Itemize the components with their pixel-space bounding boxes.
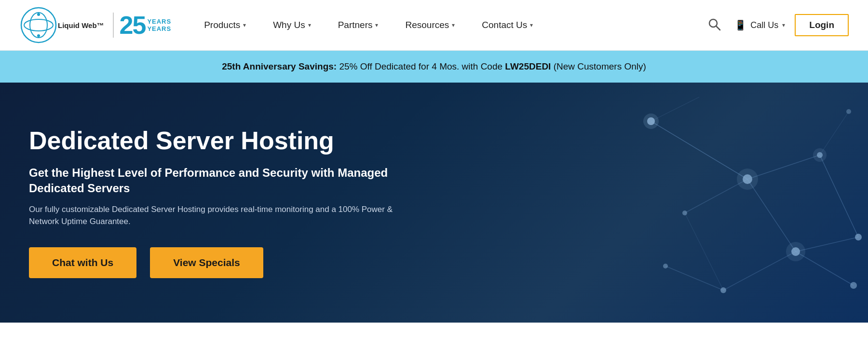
login-button[interactable]: Login bbox=[795, 14, 849, 36]
call-us-button[interactable]: 📱 Call Us ▾ bbox=[734, 19, 785, 31]
chevron-down-icon-2: ▾ bbox=[308, 22, 311, 28]
promo-bold-text: 25th Anniversary Savings: bbox=[222, 61, 337, 71]
liquidweb-brand-name: Liquid Web™ bbox=[58, 21, 104, 29]
svg-point-29 bbox=[850, 282, 857, 289]
nav-label-partners: Partners bbox=[338, 20, 373, 30]
svg-point-32 bbox=[846, 109, 851, 114]
anniversary-label-years-text: years bbox=[147, 25, 171, 32]
svg-point-20 bbox=[643, 113, 659, 129]
hero-title: Dedicated Server Hosting bbox=[29, 127, 405, 155]
nav-item-resources[interactable]: Resources ▾ bbox=[392, 0, 468, 51]
chevron-down-icon-callus: ▾ bbox=[782, 22, 785, 28]
nav-label-whyus: Why Us bbox=[273, 20, 305, 30]
svg-line-10 bbox=[747, 179, 796, 252]
phone-icon: 📱 bbox=[734, 19, 746, 31]
search-button[interactable] bbox=[704, 14, 725, 37]
nav-right: 📱 Call Us ▾ Login bbox=[704, 14, 849, 37]
svg-point-2 bbox=[24, 19, 53, 31]
svg-line-8 bbox=[747, 155, 820, 179]
chevron-down-icon-4: ▾ bbox=[452, 22, 455, 28]
svg-line-12 bbox=[723, 252, 796, 290]
nav-label-resources: Resources bbox=[405, 20, 449, 30]
svg-point-27 bbox=[786, 242, 805, 261]
promo-banner: 25th Anniversary Savings: 25% Off Dedica… bbox=[0, 51, 868, 83]
svg-point-4 bbox=[37, 34, 40, 37]
hero-description: Our fully customizable Dedicated Server … bbox=[29, 203, 405, 228]
anniversary-badge: 25 years years bbox=[113, 13, 172, 38]
view-specials-button[interactable]: View Specials bbox=[150, 247, 263, 278]
svg-line-13 bbox=[665, 266, 723, 290]
anniversary-years: years years bbox=[147, 18, 171, 32]
anniversary-label: years bbox=[147, 18, 171, 25]
svg-point-22 bbox=[737, 169, 758, 190]
promo-suffix: (New Customers Only) bbox=[551, 61, 646, 71]
hero-background-svg bbox=[434, 83, 868, 323]
svg-point-24 bbox=[813, 148, 827, 162]
svg-point-30 bbox=[682, 211, 687, 215]
anniversary-number: 25 bbox=[120, 13, 146, 38]
chevron-down-icon-5: ▾ bbox=[530, 22, 533, 28]
svg-line-14 bbox=[651, 97, 699, 121]
hero-buttons: Chat with Us View Specials bbox=[29, 247, 405, 278]
hero-content: Dedicated Server Hosting Get the Highest… bbox=[0, 127, 434, 278]
promo-code: LW25DEDI bbox=[505, 61, 551, 71]
svg-line-7 bbox=[651, 121, 747, 179]
logo-area: Liquid Web™ 25 years years bbox=[19, 6, 171, 44]
promo-regular-text: 25% Off Dedicated for 4 Mos. with Code bbox=[337, 61, 505, 71]
svg-point-31 bbox=[663, 264, 668, 268]
call-us-label: Call Us bbox=[750, 20, 778, 30]
svg-point-25 bbox=[855, 234, 862, 240]
svg-line-6 bbox=[716, 26, 720, 30]
svg-line-16 bbox=[685, 179, 747, 213]
svg-line-18 bbox=[796, 237, 858, 252]
nav-item-whyus[interactable]: Why Us ▾ bbox=[259, 0, 325, 51]
svg-line-9 bbox=[820, 155, 858, 237]
svg-line-11 bbox=[796, 252, 854, 285]
hero-section: Dedicated Server Hosting Get the Highest… bbox=[0, 83, 868, 323]
hero-subtitle: Get the Highest Level of Performance and… bbox=[29, 165, 405, 195]
nav-item-contact[interactable]: Contact Us ▾ bbox=[468, 0, 546, 51]
nav-item-partners[interactable]: Partners ▾ bbox=[325, 0, 392, 51]
nav-links: Products ▾ Why Us ▾ Partners ▾ Resources… bbox=[190, 0, 699, 51]
svg-point-3 bbox=[37, 13, 40, 16]
navbar: Liquid Web™ 25 years years Products ▾ Wh… bbox=[0, 0, 868, 51]
liquidweb-logo-icon bbox=[19, 6, 58, 44]
svg-line-17 bbox=[685, 213, 723, 290]
svg-point-28 bbox=[720, 287, 726, 293]
svg-point-1 bbox=[30, 13, 47, 38]
nav-label-contact: Contact Us bbox=[482, 20, 527, 30]
svg-line-15 bbox=[820, 112, 849, 155]
search-icon bbox=[707, 17, 721, 31]
nav-item-products[interactable]: Products ▾ bbox=[190, 0, 259, 51]
chevron-down-icon: ▾ bbox=[243, 22, 246, 28]
chat-with-us-button[interactable]: Chat with Us bbox=[29, 247, 136, 278]
nav-label-products: Products bbox=[204, 20, 240, 30]
chevron-down-icon-3: ▾ bbox=[375, 22, 378, 28]
